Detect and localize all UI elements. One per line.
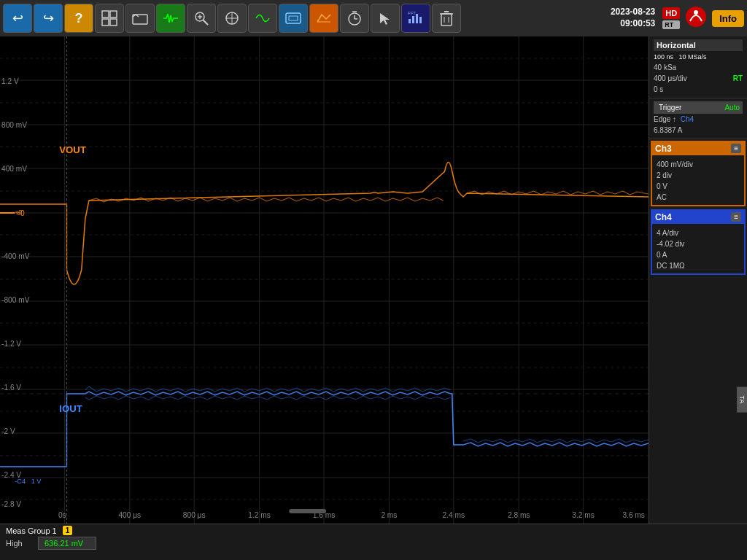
status-badges: HD RT [662,7,680,29]
svg-text:1.2 V: 1.2 V [1,77,19,85]
trigger-value: 6.8387 A [654,125,743,136]
ch4-panel: Ch4 ≡ 4 A/div -4.02 div 0 A DC 1MΩ [651,209,746,275]
svg-text:VOUT: VOUT [59,144,86,155]
right-panel: Horizontal 100 ns 10 MSa/s 40 kSa 400 μs… [649,36,747,524]
ch3-line4: AC [657,192,740,203]
trigger-auto: Auto [724,104,740,112]
ch3-line1: 400 mV/div [657,159,740,170]
svg-text:3.6 ms: 3.6 ms [622,511,644,519]
math-button[interactable] [248,4,277,33]
scope-button[interactable] [217,4,247,33]
svg-text:-C4: -C4 [15,478,26,485]
hd-badge: HD [662,7,680,19]
timer-button[interactable] [340,4,369,33]
fft-button[interactable]: FFT [401,4,430,33]
trigger-title: Trigger [657,103,684,112]
trigger-edge: Edge ↑ Ch4 [654,114,743,125]
info-button[interactable]: Info [712,10,744,27]
ch4-title: Ch4 [655,212,672,222]
svg-text:2.8 ms: 2.8 ms [508,511,530,519]
date-label: 2023-08-23 [611,7,655,18]
waveform-svg: ≈0 0s 400 μs 800 μs 1.2 ms 1.6 ms [0,36,649,524]
measure-button[interactable] [309,4,338,33]
meas-bottom: High 636.21 mV [6,537,741,550]
waveform-button[interactable] [156,4,185,33]
ta-area: TA [649,276,747,524]
h-timescale: 100 ns [654,53,673,61]
ch4-info: 4 A/div -4.02 div 0 A DC 1MΩ [652,225,744,273]
ch3-title: Ch3 [655,144,672,154]
main-area: ≈0 0s 400 μs 800 μs 1.2 ms 1.6 ms [0,36,747,524]
cursor-button[interactable] [371,4,400,33]
delete-button[interactable] [432,4,461,33]
ch3-panel: Ch3 ≡ 400 mV/div 2 div 0 V AC [651,141,746,206]
svg-rect-13 [289,16,298,20]
meas-top: Meas Group 1 1 [6,526,741,535]
logo-icon [684,5,708,31]
h-samplerate: 10 MSa/s [679,53,707,61]
svg-rect-20 [412,16,414,23]
svg-rect-0 [102,11,109,18]
svg-text:1 V: 1 V [31,478,42,485]
svg-text:-2.8 V: -2.8 V [1,500,21,508]
ch3-line2: 2 div [657,170,740,181]
ch4-header: Ch4 ≡ [652,211,744,224]
open-button[interactable] [125,4,155,33]
svg-rect-1 [110,11,117,18]
trigger-header: Trigger Auto [654,101,743,114]
svg-text:3.2 ms: 3.2 ms [572,511,594,519]
pattern-button[interactable] [279,4,308,33]
svg-text:IOUT: IOUT [59,403,82,414]
ch3-header: Ch3 ≡ [652,142,744,155]
undo-button[interactable]: ↩ [3,4,32,33]
svg-text:-800 mV: -800 mV [1,296,30,304]
svg-rect-2 [102,19,109,26]
svg-point-30 [694,10,698,15]
redo-button[interactable]: ↪ [34,4,63,33]
meas-group-badge: 1 [63,526,73,535]
trigger-channel: Ch4 [681,115,694,123]
svg-text:-400 mV: -400 mV [1,252,30,260]
ch4-line3: 0 A [657,249,740,260]
svg-rect-19 [409,19,411,23]
layout-button[interactable] [95,4,124,33]
horizontal-line2: 40 kSa [654,62,743,73]
svg-text:≈0: ≈0 [15,209,22,216]
zoom-button[interactable] [187,4,216,33]
svg-line-6 [203,20,208,25]
svg-rect-12 [286,13,301,23]
svg-text:-1.6 V: -1.6 V [1,384,21,392]
svg-rect-4 [133,15,147,24]
svg-text:800 μs: 800 μs [183,511,206,519]
ch3-info: 400 mV/div 2 div 0 V AC [652,157,744,205]
ch3-line3: 0 V [657,181,740,192]
scope-display[interactable]: ≈0 0s 400 μs 800 μs 1.2 ms 1.6 ms [0,36,649,524]
svg-rect-3 [110,19,117,26]
time-label: 09:00:53 [620,18,655,30]
ta-badge: TA [737,387,747,413]
horizontal-line1: 100 ns 10 MSa/s [654,52,743,62]
svg-text:FFT: FFT [408,12,416,15]
ch3-menu-button[interactable]: ≡ [731,144,741,153]
svg-point-29 [686,7,706,27]
svg-text:-2 V: -2 V [1,427,15,435]
svg-text:0s: 0s [58,511,66,519]
ch4-menu-button[interactable]: ≡ [731,212,741,222]
meas-group-label: Meas Group 1 [6,526,57,535]
svg-text:1.2 ms: 1.2 ms [248,511,270,519]
toolbar: ↩ ↪ ? FFT 2023-08-23 09:00:53 HD RT [0,0,747,36]
svg-text:2 ms: 2 ms [381,511,397,519]
h-div: 400 μs/div [654,73,687,84]
trigger-edge-label: Edge ↑ [654,115,676,123]
datetime-display: 2023-08-23 09:00:53 [611,7,655,29]
help-button[interactable]: ? [64,4,93,33]
svg-text:800 mV: 800 mV [1,121,27,129]
horizontal-line5: 0 s [654,84,743,95]
meas-key: High [6,539,35,548]
meas-value: 636.21 mV [38,537,96,550]
horizontal-title: Horizontal [654,39,743,51]
svg-rect-92 [289,509,326,513]
svg-text:400 μs: 400 μs [118,511,141,519]
horizontal-section: Horizontal 100 ns 10 MSa/s 40 kSa 400 μs… [649,36,747,98]
ch4-line4: DC 1MΩ [657,260,740,271]
